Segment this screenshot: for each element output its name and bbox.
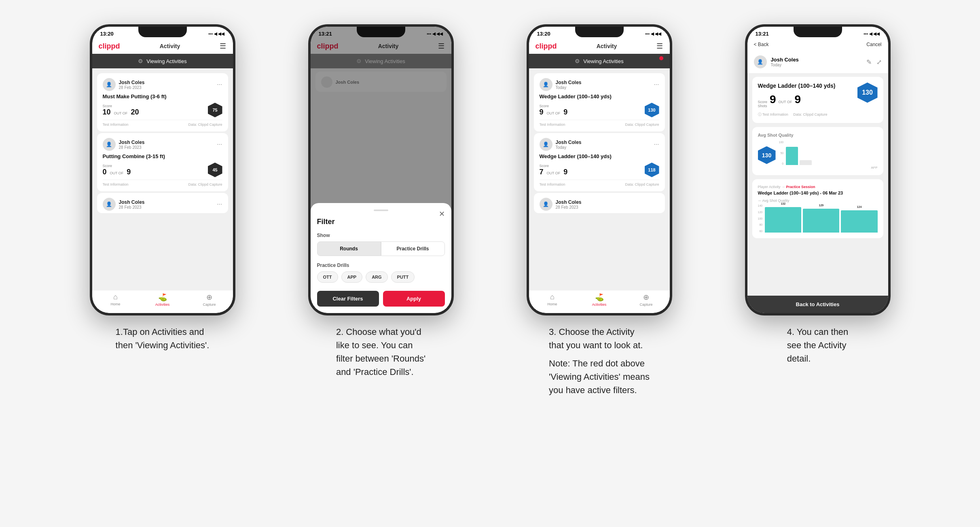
cancel-button-4[interactable]: Cancel	[866, 42, 881, 47]
activities-icon-3: ⛳	[595, 293, 604, 302]
card-footer-1-1: Test Information Data: Clippd Capture	[103, 120, 222, 127]
activity-card-1-1[interactable]: 👤 Josh Coles 28 Feb 2023 ··· Must Make P…	[97, 73, 228, 131]
phone-4-column: 13:21 ▪▪▪ ◀ ◀◀ < Back Cancel 👤 Josh Cole…	[721, 24, 915, 368]
user-info-1-2: 👤 Josh Coles 28 Feb 2023	[103, 138, 145, 151]
chart-app-label-4: APP	[871, 166, 877, 169]
shots-value-3-2: 9	[563, 168, 567, 176]
user-info-1-1: 👤 Josh Coles 28 Feb 2023	[103, 78, 145, 91]
practice-drills-toggle-2[interactable]: Practice Drills	[381, 241, 445, 256]
avatar-4: 👤	[754, 55, 767, 68]
detail-score-4: 9	[770, 93, 776, 106]
phone-3-column: 13:20 ▪▪▪ ◀ ◀◀ clippd Activity ☰ ⚙ Viewi…	[502, 24, 696, 399]
tag-arg-2[interactable]: ARG	[366, 271, 387, 283]
detail-outof-4: OUT OF	[779, 100, 792, 104]
data-source-3-2: Data: Clippd Capture	[625, 182, 659, 186]
bottom-nav-activities-1[interactable]: ⛳ Activities	[139, 293, 186, 307]
card-dots-1-3[interactable]: ···	[217, 201, 222, 208]
status-icons-4: ▪▪▪ ◀ ◀◀	[864, 32, 880, 36]
viewing-banner-3[interactable]: ⚙ Viewing Activities	[529, 54, 670, 68]
card-dots-1-2[interactable]: ···	[217, 141, 222, 148]
show-label-2: Show	[317, 233, 445, 238]
hamburger-icon-1[interactable]: ☰	[220, 42, 226, 51]
detail-actions-4: ✎ ⤢	[866, 58, 882, 66]
tag-putt-2[interactable]: PUTT	[391, 271, 415, 283]
filter-icon-1: ⚙	[138, 58, 143, 64]
activity-card-3-3[interactable]: 👤 Josh Coles 28 Feb 2023	[534, 193, 665, 213]
practice-session-4: Practice Session	[786, 185, 815, 189]
avg-quality-title-4: Avg Shot Quality	[758, 133, 878, 138]
test-info-3-1: Test Information	[540, 123, 565, 127]
viewing-banner-1[interactable]: ⚙ Viewing Activities	[92, 54, 233, 68]
filter-actions-2: Clear Filters Apply	[317, 291, 445, 307]
activity-card-1-2[interactable]: 👤 Josh Coles 28 Feb 2023 ··· Putting Com…	[97, 133, 228, 191]
filter-icon-3: ⚙	[575, 58, 580, 64]
capture-icon-3: ⊕	[643, 293, 649, 302]
bottom-nav-activities-3[interactable]: ⛳ Activities	[576, 293, 623, 307]
user-date-3-3: 28 Feb 2023	[556, 205, 582, 210]
detail-card-title-4: Wedge Ladder (100–140 yds)	[758, 83, 836, 89]
shot-quality-badge-3-1: 130	[645, 103, 659, 117]
user-name-1-3: Josh Coles	[119, 199, 145, 205]
activity-card-3-1[interactable]: 👤 Josh Coles Today ··· Wedge Ladder (100…	[534, 73, 665, 131]
tag-ott-2[interactable]: OTT	[317, 271, 338, 283]
test-info-1-2: Test Information	[103, 182, 129, 186]
stats-row-1-2: Score 0 OUT OF 9 45	[103, 163, 222, 177]
app-nav-title-3: Activity	[597, 43, 617, 49]
notch-1	[138, 27, 187, 37]
score-value-1-1: 10	[103, 108, 111, 116]
bottom-nav-home-3[interactable]: ⌂ Home	[529, 293, 576, 307]
card-footer-1-2: Test Information Data: Clippd Capture	[103, 180, 222, 186]
card-footer-3-1: Test Information Data: Clippd Capture	[540, 120, 659, 127]
clear-filters-button-2[interactable]: Clear Filters	[317, 291, 379, 307]
data-source-1-1: Data: Clippd Capture	[188, 123, 222, 127]
bottom-nav-1: ⌂ Home ⛳ Activities ⊕ Capture	[92, 290, 233, 313]
avatar-3-3: 👤	[540, 198, 552, 211]
shot-quality-hex-4: 130	[857, 83, 878, 103]
status-time-4: 13:21	[756, 31, 769, 37]
activity-title-3-2: Wedge Ladder (100–140 yds)	[540, 153, 659, 159]
status-icons-1: ▪▪▪ ◀ ◀◀	[208, 32, 224, 36]
score-value-3-2: 7	[540, 168, 544, 176]
activity-title-1-2: Putting Combine (3-15 ft)	[103, 153, 222, 159]
user-info-3-3: 👤 Josh Coles 28 Feb 2023	[540, 198, 582, 211]
app-nav-title-1: Activity	[160, 43, 180, 49]
card-footer-3-2: Test Information Data: Clippd Capture	[540, 180, 659, 186]
app-logo-1: clippd	[99, 42, 120, 51]
outof-1-2: OUT OF	[110, 171, 124, 175]
phones-row: 13:20 ▪▪▪ ◀ ◀◀ clippd Activity ☰ ⚙ Viewi…	[66, 24, 915, 399]
outof-3-2: OUT OF	[547, 171, 561, 175]
user-date-3-2: Today	[556, 145, 582, 150]
user-info-3-2: 👤 Josh Coles Today	[540, 138, 582, 151]
detail-header-4: 👤 Josh Coles Today ✎ ⤢	[747, 51, 888, 74]
avatar-3-2: 👤	[540, 138, 552, 151]
back-activities-button-4[interactable]: Back to Activities	[747, 296, 888, 313]
stats-row-1-1: Score 10 OUT OF 20 75	[103, 103, 222, 117]
card-dots-1-1[interactable]: ···	[217, 81, 222, 88]
hamburger-icon-3[interactable]: ☰	[656, 42, 663, 51]
back-button-4[interactable]: < Back	[754, 42, 769, 47]
card-dots-3-2[interactable]: ···	[654, 141, 659, 148]
edit-icon-4[interactable]: ✎	[866, 58, 872, 66]
card-dots-3-1[interactable]: ···	[654, 81, 659, 88]
activity-card-1-3[interactable]: 👤 Josh Coles 28 Feb 2023 ···	[97, 193, 228, 213]
detail-body-4: Wedge Ladder (100–140 yds) Score Shots 9…	[747, 74, 888, 296]
banner-text-1: Viewing Activities	[146, 58, 186, 64]
main-stat-card-4: Wedge Ladder (100–140 yds) Score Shots 9…	[752, 77, 883, 123]
phone-4-frame: 13:21 ▪▪▪ ◀ ◀◀ < Back Cancel 👤 Josh Cole…	[745, 24, 891, 315]
rounds-toggle-2[interactable]: Rounds	[317, 241, 381, 256]
tag-app-2[interactable]: APP	[341, 271, 363, 283]
detail-user-name-4: Josh Coles	[771, 57, 799, 63]
user-date-1-2: 28 Feb 2023	[119, 145, 145, 150]
close-button-2[interactable]: ✕	[439, 210, 445, 218]
apply-button-2[interactable]: Apply	[383, 291, 445, 307]
activity-card-3-2[interactable]: 👤 Josh Coles Today ··· Wedge Ladder (100…	[534, 133, 665, 191]
avatar-1-1: 👤	[103, 78, 116, 91]
caption-2: 2. Choose what you'dlike to see. You can…	[336, 325, 425, 381]
bottom-nav-capture-1[interactable]: ⊕ Capture	[186, 293, 233, 307]
phone-1-frame: 13:20 ▪▪▪ ◀ ◀◀ clippd Activity ☰ ⚙ Viewi…	[90, 24, 235, 315]
bottom-nav-capture-3[interactable]: ⊕ Capture	[623, 293, 670, 307]
expand-icon-4[interactable]: ⤢	[876, 58, 882, 66]
bottom-nav-home-1[interactable]: ⌂ Home	[92, 293, 139, 307]
shots-label-4: Shots	[758, 104, 768, 108]
user-date-1-3: 28 Feb 2023	[119, 205, 145, 210]
